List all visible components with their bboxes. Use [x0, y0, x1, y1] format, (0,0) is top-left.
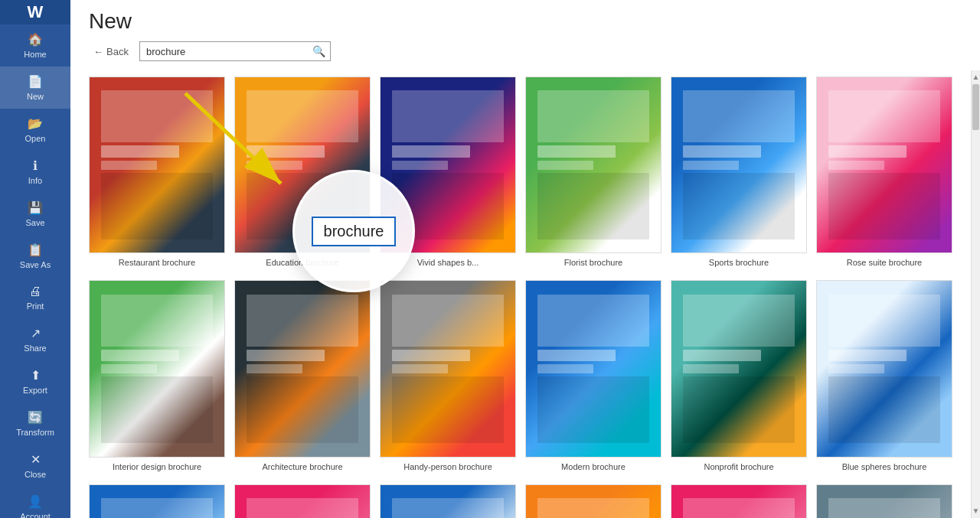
template-item[interactable]: Education brochure	[234, 77, 371, 268]
template-thumbnail	[525, 77, 662, 253]
template-item[interactable]: Tech booklet	[816, 484, 952, 518]
sidebar-item-save-as[interactable]: 📋 Save As	[0, 235, 70, 277]
search-input-wrap: 🔍	[139, 41, 331, 61]
sidebar-item-label: Close	[24, 470, 46, 479]
template-thumbnail	[816, 77, 952, 253]
sidebar-item-label: New	[27, 92, 44, 101]
template-label: Handy-person brochure	[403, 461, 492, 472]
page-title: New	[89, 9, 962, 34]
template-item[interactable]: Travel booklet	[525, 484, 662, 518]
template-grid-area: Restaurant brochureEducation brochureViv…	[70, 70, 971, 518]
sidebar-item-info[interactable]: ℹ Info	[0, 151, 70, 193]
template-item[interactable]: Vivid shapes b...	[380, 77, 516, 268]
scrollbar-track: ▲ ▼	[971, 70, 980, 518]
sidebar-item-transform[interactable]: 🔄 Transform	[0, 402, 70, 445]
new-icon: 📄	[28, 74, 43, 89]
export-icon: ⬆	[31, 368, 41, 383]
scroll-up-button[interactable]: ▲	[972, 72, 980, 83]
template-item[interactable]: Handy-person brochure	[380, 280, 516, 471]
template-label: Restaurant brochure	[119, 257, 195, 268]
app-logo[interactable]: W	[0, 0, 70, 24]
sidebar: W 🏠 Home 📄 New 📂 Open ℹ Info 💾 Save 📋 Sa…	[0, 0, 70, 518]
account-icon: 👤	[28, 494, 43, 509]
template-thumbnail	[525, 484, 662, 518]
template-item[interactable]: School brochure	[89, 484, 225, 518]
svg-text:W: W	[28, 2, 44, 21]
template-thumbnail	[234, 77, 371, 253]
close-icon: ✕	[31, 452, 41, 467]
open-icon: 📂	[28, 116, 43, 131]
template-item[interactable]: Builder brochure	[380, 484, 516, 518]
search-input[interactable]	[140, 43, 308, 60]
share-icon: ↗	[31, 326, 41, 340]
template-thumbnail	[816, 484, 952, 518]
sidebar-item-home[interactable]: 🏠 Home	[0, 24, 70, 67]
sidebar-item-label: Info	[28, 176, 42, 185]
save-as-icon: 📋	[28, 243, 43, 257]
template-label: Modern brochure	[561, 461, 626, 472]
template-thumbnail	[671, 77, 807, 253]
template-thumbnail	[234, 484, 371, 518]
back-arrow-icon: ←	[93, 46, 103, 57]
sidebar-item-account[interactable]: 👤 Account	[0, 487, 70, 518]
print-icon: 🖨	[29, 285, 41, 298]
scroll-down-button[interactable]: ▼	[972, 506, 980, 516]
search-icon: 🔍	[312, 45, 325, 57]
template-thumbnail	[816, 280, 952, 457]
sidebar-bottom: 👤 Account 💬 Feedback ⚙ Options	[0, 487, 70, 518]
sidebar-item-close[interactable]: ✕ Close	[0, 445, 70, 487]
template-thumbnail	[89, 484, 225, 518]
template-label: Sports brochure	[709, 257, 769, 268]
sidebar-item-new[interactable]: 📄 New	[0, 67, 70, 109]
save-icon: 💾	[28, 200, 43, 215]
sidebar-item-save[interactable]: 💾 Save	[0, 193, 70, 235]
sidebar-item-label: Open	[25, 134, 46, 143]
transform-icon: 🔄	[28, 410, 43, 425]
template-label: Interior design brochure	[113, 461, 201, 472]
template-item[interactable]: Florist brochure	[525, 77, 662, 268]
template-item[interactable]: Rose suite brochure	[816, 77, 952, 268]
template-item[interactable]: Nonprofit brochure	[671, 280, 807, 471]
sidebar-item-share[interactable]: ↗ Share	[0, 318, 70, 360]
scrollbar-thumb-area	[972, 83, 980, 506]
template-thumbnail	[234, 280, 371, 457]
template-thumbnail	[380, 77, 516, 253]
template-item[interactable]: Sports brochure	[671, 77, 807, 268]
template-thumbnail	[671, 280, 807, 457]
template-label: Rose suite brochure	[847, 257, 922, 268]
template-item[interactable]: Blue spheres brochure	[816, 280, 952, 471]
template-thumbnail	[525, 280, 662, 457]
sidebar-item-label: Export	[23, 386, 47, 395]
template-grid: Restaurant brochureEducation brochureViv…	[89, 77, 952, 518]
template-label: Architecture brochure	[262, 461, 342, 472]
template-item[interactable]: Architecture brochure	[234, 280, 371, 471]
template-item[interactable]: Floral booklet	[671, 484, 807, 518]
sidebar-item-label: Save	[25, 218, 44, 227]
template-label: Florist brochure	[564, 257, 622, 268]
sidebar-item-print[interactable]: 🖨 Print	[0, 277, 70, 318]
scrollbar-thumb[interactable]	[972, 84, 979, 130]
template-thumbnail	[89, 77, 225, 253]
search-button[interactable]: 🔍	[308, 42, 330, 60]
back-label: Back	[106, 46, 129, 57]
template-item[interactable]: Travel brochure	[234, 484, 371, 518]
template-thumbnail	[380, 484, 516, 518]
template-item[interactable]: Modern brochure	[525, 280, 662, 471]
template-thumbnail	[89, 280, 225, 457]
sidebar-item-export[interactable]: ⬆ Export	[0, 360, 70, 402]
sidebar-item-label: Share	[24, 344, 46, 353]
sidebar-item-label: Transform	[16, 428, 54, 437]
template-label: Vivid shapes b...	[417, 257, 479, 268]
template-thumbnail	[671, 484, 807, 518]
template-label: Nonprofit brochure	[704, 461, 773, 472]
sidebar-item-label: Save As	[20, 260, 51, 269]
search-bar: ← Back 🔍	[89, 41, 962, 61]
template-item[interactable]: Interior design brochure	[89, 280, 225, 471]
template-item[interactable]: Restaurant brochure	[89, 77, 225, 268]
main-header: New ← Back 🔍	[70, 0, 980, 70]
info-icon: ℹ	[33, 158, 38, 173]
template-label: Blue spheres brochure	[842, 461, 927, 472]
sidebar-item-open[interactable]: 📂 Open	[0, 109, 70, 151]
sidebar-item-label: Home	[24, 50, 46, 59]
back-button[interactable]: ← Back	[89, 44, 133, 59]
